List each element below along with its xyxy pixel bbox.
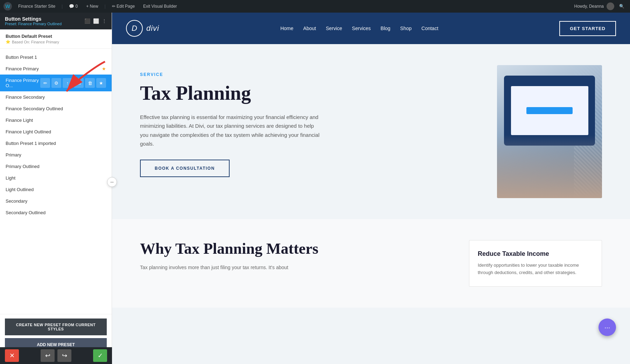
- builder-bar-middle: ↩ ↪: [41, 349, 71, 362]
- edit-icon[interactable]: ✏: [40, 78, 50, 88]
- nav-item-home[interactable]: Home: [280, 26, 293, 31]
- nav-item-blog[interactable]: Blog: [380, 26, 390, 31]
- redo-button[interactable]: ↪: [57, 349, 71, 362]
- preset-list: Button Preset 1Finance Primary★Finance P…: [0, 49, 112, 314]
- resize-handle[interactable]: ↔: [107, 177, 117, 187]
- comment-count-link[interactable]: 💬 0: [67, 2, 80, 10]
- hero-cta-button[interactable]: BOOK A CONSULTATION: [140, 160, 230, 177]
- laptop-btn-visual: [526, 107, 573, 114]
- site-header: D divi HomeAboutServiceServicesBlogShopC…: [112, 13, 630, 44]
- hands-visual: [497, 135, 602, 198]
- reduce-income-card: Reduce Taxable Income Identify opportuni…: [469, 240, 602, 287]
- hero-description: Effective tax planning is essential for …: [140, 113, 322, 148]
- preset-item-finance-light[interactable]: Finance Light: [0, 114, 112, 126]
- sidebar-more-icon[interactable]: ⋮: [102, 18, 107, 24]
- sidebar-header-icons: ⬛ ⬜ ⋮: [84, 18, 107, 24]
- nav-item-contact[interactable]: Contact: [421, 26, 438, 31]
- wordpress-icon[interactable]: W: [4, 2, 12, 10]
- preset-item-light[interactable]: Light: [0, 172, 112, 184]
- float-action-button[interactable]: ···: [598, 318, 616, 336]
- preset-item-primary[interactable]: Primary: [0, 149, 112, 161]
- hero-title: Tax Planning: [140, 83, 476, 104]
- exit-builder-link[interactable]: Exit Visual Builder: [141, 2, 179, 10]
- logo-text: divi: [146, 24, 159, 33]
- star-icon-default: ⭐: [6, 40, 10, 44]
- preset-item-light-outlined[interactable]: Light Outlined: [0, 184, 112, 195]
- preset-item-btn-preset-1[interactable]: Button Preset 1: [0, 51, 112, 63]
- preset-item-btn-preset-1-imported[interactable]: Button Preset 1 imported: [0, 138, 112, 149]
- export-icon[interactable]: ↑: [63, 78, 72, 88]
- second-description: Tax planning involves more than just fil…: [140, 264, 448, 272]
- laptop-screen: [511, 86, 588, 135]
- sidebar-header: Button Settings Preset: Finance Primary …: [0, 13, 112, 29]
- hero-label: SERVICE: [140, 72, 476, 77]
- star-icon[interactable]: ★: [96, 78, 106, 88]
- default-preset-based-on: ⭐ Based On: Finance Primary: [6, 40, 106, 44]
- hero-image: [497, 65, 602, 198]
- sidebar-header-text: Button Settings Preset: Finance Primary …: [5, 16, 62, 26]
- card-description: Identify opportunities to lower your tax…: [478, 262, 593, 276]
- save-button[interactable]: ✓: [93, 349, 107, 362]
- card-title: Reduce Taxable Income: [478, 250, 593, 258]
- sidebar-icon-1[interactable]: ⬛: [84, 18, 90, 24]
- site-nav: HomeAboutServiceServicesBlogShopContact: [280, 26, 438, 31]
- hero-section: SERVICE Tax Planning Effective tax plann…: [112, 44, 630, 219]
- default-preset-label: Button Default Preset: [6, 34, 106, 39]
- second-content: Why Tax Planning Matters Tax planning in…: [140, 240, 448, 272]
- site-logo: D divi: [126, 20, 159, 37]
- undo-button[interactable]: ↩: [41, 349, 55, 362]
- preset-item-finance-primary[interactable]: Finance Primary★: [0, 63, 112, 75]
- content-area: D divi HomeAboutServiceServicesBlogShopC…: [112, 13, 630, 364]
- search-icon[interactable]: 🔍: [617, 2, 626, 10]
- preset-item-finance-secondary[interactable]: Finance Secondary: [0, 91, 112, 103]
- create-preset-button[interactable]: CREATE NEW PRESET FROM CURRENT STYLES: [5, 318, 107, 335]
- admin-bar: W Finance Starter Site | 💬 0 + New | ✏ E…: [0, 0, 630, 13]
- second-section: Why Tax Planning Matters Tax planning in…: [112, 219, 630, 308]
- nav-item-service[interactable]: Service: [326, 26, 342, 31]
- nav-item-services[interactable]: Services: [352, 26, 371, 31]
- delete-icon[interactable]: 🗑: [85, 78, 95, 88]
- preset-item-primary-outlined[interactable]: Primary Outlined: [0, 161, 112, 172]
- sidebar-title: Button Settings: [5, 16, 62, 22]
- sidebar-icon-2[interactable]: ⬜: [93, 18, 99, 24]
- builder-bar: ✕ ↩ ↪ ✓: [0, 347, 112, 364]
- main-layout: Button Settings Preset: Finance Primary …: [0, 13, 630, 364]
- nav-item-shop[interactable]: Shop: [400, 26, 412, 31]
- howdy-text: Howdy, Deanna: [574, 4, 604, 9]
- close-button[interactable]: ✕: [5, 349, 19, 362]
- preset-item-finance-primary-o[interactable]: Finance Primary O...✏⚙↑❐🗑★: [0, 75, 112, 91]
- preset-item-secondary[interactable]: Secondary: [0, 195, 112, 207]
- admin-bar-left: W Finance Starter Site | 💬 0 + New | ✏ E…: [4, 2, 569, 10]
- user-avatar: [607, 2, 614, 10]
- settings-icon[interactable]: ⚙: [51, 78, 61, 88]
- preset-item-finance-light-outlined[interactable]: Finance Light Outlined: [0, 126, 112, 138]
- hero-image-inner: [497, 65, 602, 198]
- second-title: Why Tax Planning Matters: [140, 240, 448, 258]
- hero-content: SERVICE Tax Planning Effective tax plann…: [140, 65, 476, 177]
- admin-bar-right: Howdy, Deanna 🔍: [574, 2, 627, 10]
- sidebar-preset-subtitle[interactable]: Preset: Finance Primary Outlined: [5, 22, 62, 26]
- star-icon: ★: [102, 66, 106, 71]
- sidebar-panel: Button Settings Preset: Finance Primary …: [0, 13, 112, 364]
- default-preset-section: Button Default Preset ⭐ Based On: Financ…: [0, 29, 112, 49]
- duplicate-icon[interactable]: ❐: [74, 78, 84, 88]
- logo-circle: D: [126, 20, 143, 37]
- nav-cta-button[interactable]: GET STARTED: [559, 21, 616, 36]
- preset-item-finance-secondary-outlined[interactable]: Finance Secondary Outlined: [0, 103, 112, 114]
- site-name-link[interactable]: Finance Starter Site: [16, 2, 57, 10]
- new-link[interactable]: + New: [84, 2, 100, 10]
- preset-item-secondary-outlined[interactable]: Secondary Outlined: [0, 207, 112, 218]
- active-preset-toolbar: ✏⚙↑❐🗑★: [40, 78, 106, 88]
- nav-item-about[interactable]: About: [303, 26, 316, 31]
- edit-page-link[interactable]: ✏ Edit Page: [110, 2, 137, 10]
